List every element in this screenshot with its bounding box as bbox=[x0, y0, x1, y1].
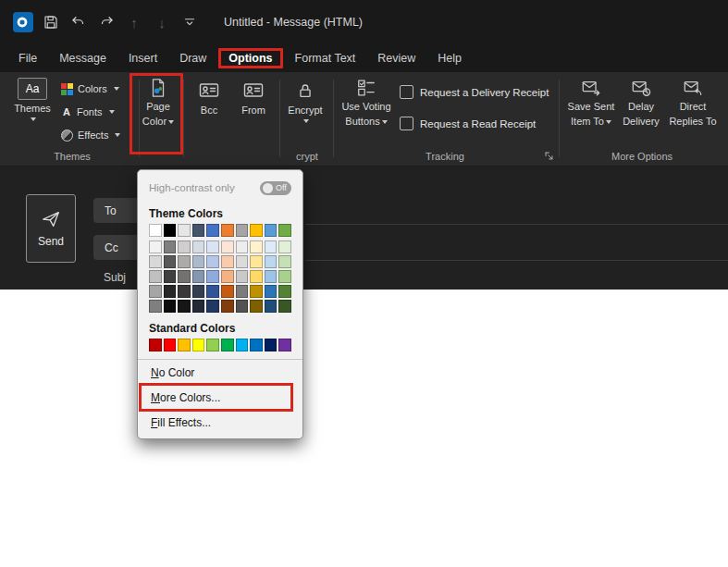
color-swatch[interactable] bbox=[192, 339, 205, 351]
fill-effects-item[interactable]: Fill Effects... bbox=[138, 410, 302, 435]
color-swatch[interactable] bbox=[250, 300, 263, 313]
tab-draw[interactable]: Draw bbox=[169, 48, 216, 68]
encrypt-button[interactable]: Encrypt bbox=[283, 80, 327, 123]
use-voting-buttons-button[interactable]: Use Voting Buttons bbox=[340, 78, 392, 128]
color-swatch[interactable] bbox=[265, 300, 278, 313]
colors-button[interactable]: Colors bbox=[61, 80, 119, 98]
color-swatch[interactable] bbox=[236, 224, 249, 237]
color-swatch[interactable] bbox=[236, 339, 249, 351]
outlook-logo-icon[interactable] bbox=[9, 8, 37, 36]
from-button[interactable]: From bbox=[233, 80, 274, 117]
color-swatch[interactable] bbox=[265, 224, 278, 237]
color-swatch[interactable] bbox=[178, 224, 191, 237]
color-swatch[interactable] bbox=[149, 224, 162, 237]
color-swatch[interactable] bbox=[164, 270, 177, 283]
color-swatch[interactable] bbox=[192, 300, 205, 313]
direct-replies-button[interactable]: Direct Replies To bbox=[666, 78, 720, 128]
effects-button[interactable]: Effects bbox=[61, 126, 120, 144]
read-receipt-checkbox[interactable]: Request a Read Receipt bbox=[400, 117, 536, 130]
color-swatch[interactable] bbox=[236, 255, 249, 268]
color-swatch[interactable] bbox=[206, 255, 219, 268]
color-swatch[interactable] bbox=[278, 339, 291, 351]
color-swatch[interactable] bbox=[149, 339, 162, 351]
color-swatch[interactable] bbox=[278, 224, 291, 237]
subject-field[interactable]: Subj bbox=[104, 271, 126, 284]
undo-icon[interactable] bbox=[65, 8, 93, 36]
color-swatch[interactable] bbox=[221, 339, 234, 351]
color-swatch[interactable] bbox=[178, 300, 191, 313]
page-color-button[interactable]: Page Color bbox=[139, 78, 178, 128]
no-color-item[interactable]: No Color bbox=[138, 360, 302, 385]
color-swatch[interactable] bbox=[206, 224, 219, 237]
color-swatch[interactable] bbox=[206, 285, 219, 298]
fonts-button[interactable]: A Fonts bbox=[61, 103, 115, 121]
color-swatch[interactable] bbox=[164, 224, 177, 237]
color-swatch[interactable] bbox=[250, 285, 263, 298]
color-swatch[interactable] bbox=[265, 270, 278, 283]
color-swatch[interactable] bbox=[236, 240, 249, 253]
color-swatch[interactable] bbox=[221, 240, 234, 253]
color-swatch[interactable] bbox=[178, 285, 191, 298]
move-up-icon[interactable]: ↑ bbox=[120, 8, 148, 36]
tab-insert[interactable]: Insert bbox=[118, 48, 167, 68]
color-swatch[interactable] bbox=[250, 270, 263, 283]
color-swatch[interactable] bbox=[221, 300, 234, 313]
send-button[interactable]: Send bbox=[26, 194, 76, 263]
save-sent-item-button[interactable]: Save Sent Item To bbox=[566, 78, 616, 128]
color-swatch[interactable] bbox=[206, 270, 219, 283]
color-swatch[interactable] bbox=[149, 240, 162, 253]
high-contrast-toggle[interactable]: Off bbox=[260, 181, 291, 195]
color-swatch[interactable] bbox=[192, 255, 205, 268]
color-swatch[interactable] bbox=[250, 224, 263, 237]
color-swatch[interactable] bbox=[221, 285, 234, 298]
customize-toolbar-icon[interactable] bbox=[176, 8, 204, 36]
color-swatch[interactable] bbox=[265, 255, 278, 268]
save-icon[interactable] bbox=[37, 8, 65, 36]
tab-options[interactable]: Options bbox=[218, 48, 282, 68]
color-swatch[interactable] bbox=[250, 255, 263, 268]
color-swatch[interactable] bbox=[265, 339, 278, 351]
color-swatch[interactable] bbox=[164, 255, 177, 268]
color-swatch[interactable] bbox=[278, 300, 291, 313]
color-swatch[interactable] bbox=[192, 270, 205, 283]
color-swatch[interactable] bbox=[236, 285, 249, 298]
color-swatch[interactable] bbox=[164, 300, 177, 313]
more-colors-item[interactable]: More Colors... bbox=[138, 385, 302, 410]
bcc-button[interactable]: Bcc bbox=[191, 80, 228, 117]
color-swatch[interactable] bbox=[206, 240, 219, 253]
color-swatch[interactable] bbox=[178, 240, 191, 253]
tab-format-text[interactable]: Format Text bbox=[285, 48, 366, 68]
color-swatch[interactable] bbox=[192, 224, 205, 237]
delay-delivery-button[interactable]: Delay Delivery bbox=[620, 78, 662, 128]
color-swatch[interactable] bbox=[221, 224, 234, 237]
tab-help[interactable]: Help bbox=[427, 48, 472, 68]
color-swatch[interactable] bbox=[164, 285, 177, 298]
tracking-dialog-launcher[interactable] bbox=[544, 151, 554, 161]
color-swatch[interactable] bbox=[221, 270, 234, 283]
color-swatch[interactable] bbox=[149, 300, 162, 313]
color-swatch[interactable] bbox=[278, 270, 291, 283]
tab-review[interactable]: Review bbox=[367, 48, 426, 68]
color-swatch[interactable] bbox=[278, 285, 291, 298]
color-swatch[interactable] bbox=[265, 285, 278, 298]
message-body[interactable] bbox=[0, 290, 728, 567]
color-swatch[interactable] bbox=[278, 240, 291, 253]
color-swatch[interactable] bbox=[192, 285, 205, 298]
color-swatch[interactable] bbox=[149, 255, 162, 268]
color-swatch[interactable] bbox=[178, 270, 191, 283]
color-swatch[interactable] bbox=[178, 255, 191, 268]
color-swatch[interactable] bbox=[149, 285, 162, 298]
color-swatch[interactable] bbox=[265, 240, 278, 253]
color-swatch[interactable] bbox=[250, 240, 263, 253]
color-swatch[interactable] bbox=[192, 240, 205, 253]
delivery-receipt-checkbox[interactable]: Request a Delivery Receipt bbox=[400, 85, 549, 99]
color-swatch[interactable] bbox=[164, 339, 177, 351]
color-swatch[interactable] bbox=[149, 270, 162, 283]
color-swatch[interactable] bbox=[250, 339, 263, 351]
redo-icon[interactable] bbox=[93, 8, 120, 36]
color-swatch[interactable] bbox=[206, 300, 219, 313]
color-swatch[interactable] bbox=[206, 339, 219, 351]
color-swatch[interactable] bbox=[178, 339, 191, 351]
move-down-icon[interactable]: ↓ bbox=[148, 8, 176, 36]
tab-message[interactable]: Message bbox=[49, 48, 117, 68]
